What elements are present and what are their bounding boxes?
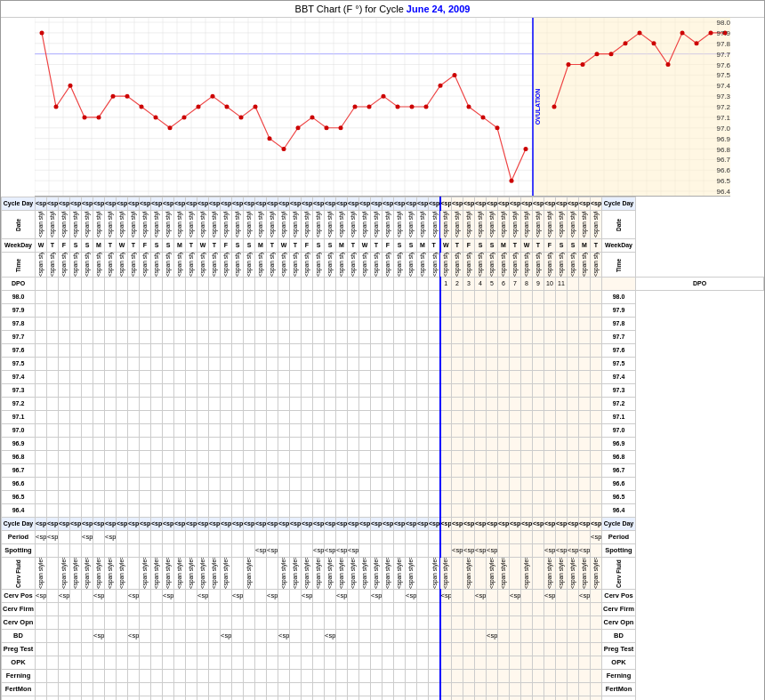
temp-grid-cell (70, 451, 82, 464)
temp-grid-cell (417, 291, 429, 304)
table-row (533, 696, 544, 701)
temp-grid-cell (163, 398, 174, 411)
table-row (290, 603, 302, 616)
temp-grid-cell (186, 438, 197, 451)
table-row (209, 603, 221, 616)
temp-grid-cell (544, 478, 556, 491)
temp-grid-cell (510, 331, 521, 344)
temp-grid-cell (174, 331, 186, 344)
table-row (429, 278, 440, 291)
table-row: <span style="writing-mode:vertical-rl;tr… (371, 211, 382, 239)
temp-grid-cell (544, 371, 556, 384)
table-row (429, 531, 440, 544)
temp-grid-cell (278, 504, 290, 518)
temp-grid-cell (475, 451, 487, 464)
temp-grid-cell (440, 411, 452, 424)
temp-grid-cell (47, 478, 59, 491)
temp-grid-cell (140, 291, 151, 304)
temp-grid-cell (348, 304, 359, 318)
temp-grid-cell (117, 331, 128, 344)
temp-grid-cell (163, 371, 174, 384)
temp-grid-cell (556, 424, 568, 438)
table-row (244, 643, 255, 656)
table-row (313, 630, 325, 643)
table-row (278, 278, 290, 291)
table-row (70, 590, 82, 603)
temp-grid-cell (371, 424, 382, 438)
table-row (313, 531, 325, 544)
temp-grid-cell (417, 411, 429, 424)
chart-container: BBT Chart (F °) for Cycle June 24, 2009 … (0, 0, 765, 700)
temp-grid-cell (325, 504, 336, 518)
temp-grid-cell (313, 451, 325, 464)
table-row (209, 278, 221, 291)
table-row (325, 683, 336, 696)
table-row: <span style="width:5px;height:5px;border… (232, 590, 244, 603)
table-row: <span style="font-weight: bold; font-siz… (556, 518, 568, 531)
temp-grid-cell (336, 318, 348, 331)
temp-label-right: 96.9 (602, 438, 636, 451)
temp-grid-cell (59, 438, 70, 451)
table-row (544, 531, 556, 544)
table-row (174, 683, 186, 696)
temp-grid-cell (105, 398, 117, 411)
temp-grid-cell (36, 451, 47, 464)
temp-grid-cell (452, 384, 463, 398)
temp-grid-cell (117, 304, 128, 318)
temp-label-left: 96.5 (2, 491, 36, 504)
temp-grid-cell (579, 358, 591, 371)
table-row (591, 656, 602, 670)
table-row (117, 630, 128, 643)
table-row (128, 558, 140, 590)
table-row (568, 656, 579, 670)
temp-label-right: 98.0 (602, 291, 636, 304)
temp-grid-cell (568, 358, 579, 371)
temp-grid-cell (278, 371, 290, 384)
table-row: <span style="font-weight: bold; font-siz… (440, 197, 452, 211)
temp-grid-cell (429, 451, 440, 464)
temp-grid-cell (278, 291, 290, 304)
temp-grid-cell (521, 424, 533, 438)
temp-grid-cell (325, 304, 336, 318)
temp-grid-cell (371, 464, 382, 478)
table-row (93, 278, 105, 291)
temp-grid-cell (140, 398, 151, 411)
temp-grid-cell (221, 504, 232, 518)
temp-grid-cell (382, 331, 394, 344)
temp-grid-cell (244, 304, 255, 318)
temp-grid-cell (487, 344, 498, 358)
table-row (93, 531, 105, 544)
temp-grid-cell (579, 424, 591, 438)
table-row (568, 603, 579, 616)
temp-grid-cell (70, 344, 82, 358)
table-row (302, 696, 313, 701)
temp-grid-cell (510, 291, 521, 304)
table-row: <span style="display:inline-flex;gap:1px… (463, 544, 475, 558)
table-row (186, 670, 197, 683)
table-row: <span style="display:inline-flex;gap:1px… (579, 544, 591, 558)
temp-grid-cell (429, 384, 440, 398)
temp-grid-cell (429, 358, 440, 371)
temp-grid-cell (290, 438, 302, 451)
table-row (359, 603, 371, 616)
table-row (440, 656, 452, 670)
temp-grid-cell (313, 464, 325, 478)
temp-grid-cell (105, 371, 117, 384)
temp-grid-cell (93, 331, 105, 344)
temp-grid-cell (278, 358, 290, 371)
temp-grid-cell (82, 424, 93, 438)
temp-grid-cell (348, 411, 359, 424)
temp-grid-cell (59, 304, 70, 318)
table-row (487, 603, 498, 616)
temp-grid-cell (255, 491, 267, 504)
table-row (544, 643, 556, 656)
table-row (117, 531, 128, 544)
table-row (440, 643, 452, 656)
temp-grid-cell (568, 331, 579, 344)
temp-grid-cell (313, 344, 325, 358)
table-row (151, 278, 163, 291)
table-row: <span style="font-weight: bold; font-siz… (151, 518, 163, 531)
table-row: <span style="width:5px;height:5px;border… (267, 590, 278, 603)
table-row (440, 683, 452, 696)
table-row: <span style="font-weight: bold; font-siz… (359, 518, 371, 531)
